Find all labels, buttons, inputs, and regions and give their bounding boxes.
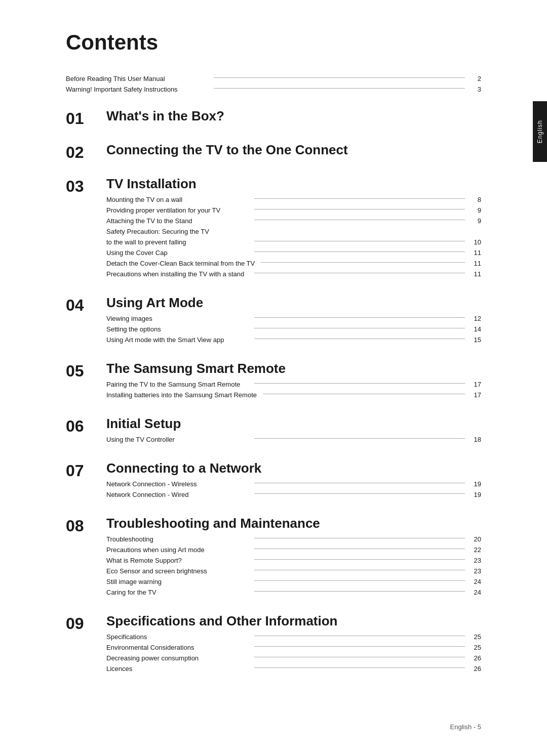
toc-page: 11 bbox=[471, 249, 481, 257]
toc-row: Installing batteries into the Samsung Sm… bbox=[106, 391, 481, 399]
toc-dots bbox=[254, 209, 465, 209]
toc-dots bbox=[254, 493, 465, 494]
toc-label: Setting the options bbox=[106, 325, 248, 333]
toc-label: Using the TV Controller bbox=[106, 436, 248, 443]
toc-page: 17 bbox=[471, 391, 481, 399]
page-container: English Contents Before Reading This Use… bbox=[0, 0, 547, 756]
section-number: 04 bbox=[66, 295, 106, 347]
section-title: Connecting to a Network bbox=[106, 460, 481, 476]
pre-toc-row: Before Reading This User Manual2 bbox=[66, 75, 481, 82]
toc-page: 23 bbox=[471, 557, 481, 564]
toc-dots bbox=[254, 538, 465, 538]
toc-row: Attaching the TV to the Stand9 bbox=[106, 217, 481, 225]
toc-dots bbox=[254, 580, 465, 581]
toc-dots bbox=[254, 328, 465, 328]
toc-label: Troubleshooting bbox=[106, 535, 248, 543]
toc-label: Environmental Considerations bbox=[106, 644, 248, 651]
toc-label: Attaching the TV to the Stand bbox=[106, 217, 248, 225]
toc-row: Detach the Cover-Clean Back terminal fro… bbox=[106, 260, 481, 267]
section-content: Initial SetupUsing the TV Controller18 bbox=[106, 416, 481, 446]
toc-row: What is Remote Support?23 bbox=[106, 557, 481, 564]
toc-label: Caring for the TV bbox=[106, 589, 248, 596]
toc-page: 22 bbox=[471, 546, 481, 554]
sidebar-tab: English bbox=[533, 101, 547, 162]
toc-label: Before Reading This User Manual bbox=[66, 75, 208, 82]
toc-label: Detach the Cover-Clean Back terminal fro… bbox=[106, 260, 255, 267]
toc-page: 3 bbox=[471, 86, 481, 93]
toc-page: 15 bbox=[471, 336, 481, 344]
toc-page: 24 bbox=[471, 578, 481, 585]
toc-section: 07Connecting to a NetworkNetwork Connect… bbox=[66, 460, 481, 501]
toc-row: Network Connection - Wireless19 bbox=[106, 480, 481, 488]
toc-row: Decreasing power consumption26 bbox=[106, 654, 481, 662]
toc-label: Pairing the TV to the Samsung Smart Remo… bbox=[106, 381, 248, 388]
toc-section: 08Troubleshooting and MaintenanceTrouble… bbox=[66, 516, 481, 599]
toc-dots bbox=[254, 220, 465, 220]
section-items: Viewing images12Setting the options14Usi… bbox=[106, 315, 481, 344]
toc-page: 11 bbox=[471, 270, 481, 278]
pre-section: Before Reading This User Manual2Warning!… bbox=[66, 75, 481, 93]
toc-page: 12 bbox=[471, 315, 481, 322]
toc-dots bbox=[254, 570, 465, 570]
toc-row: Precautions when using Art mode22 bbox=[106, 546, 481, 554]
section-title: The Samsung Smart Remote bbox=[106, 361, 481, 376]
toc-page: 20 bbox=[471, 535, 481, 543]
toc-dots bbox=[254, 483, 465, 483]
toc-row: Caring for the TV24 bbox=[106, 589, 481, 596]
toc-row: Eco Sensor and screen brightness23 bbox=[106, 567, 481, 575]
page-title: Contents bbox=[66, 30, 481, 55]
toc-page: 18 bbox=[471, 436, 481, 443]
toc-dots bbox=[254, 438, 465, 439]
toc-label: Viewing images bbox=[106, 315, 248, 322]
toc-label: Eco Sensor and screen brightness bbox=[106, 567, 248, 575]
toc-page: 19 bbox=[471, 491, 481, 498]
toc-dots bbox=[254, 251, 465, 252]
toc-row: Pairing the TV to the Samsung Smart Remo… bbox=[106, 381, 481, 388]
section-items: Using the TV Controller18 bbox=[106, 436, 481, 443]
toc-page: 25 bbox=[471, 644, 481, 651]
toc-dots bbox=[254, 241, 465, 241]
toc-row: Licences26 bbox=[106, 665, 481, 673]
section-items: Pairing the TV to the Samsung Smart Remo… bbox=[106, 381, 481, 399]
toc-label: Safety Precaution: Securing the TV bbox=[106, 228, 248, 235]
toc-row: Troubleshooting20 bbox=[106, 535, 481, 543]
toc-dots bbox=[254, 198, 465, 199]
section-items: Network Connection - Wireless19Network C… bbox=[106, 480, 481, 498]
toc-label: Licences bbox=[106, 665, 248, 673]
toc-dots bbox=[254, 317, 465, 318]
section-title: Troubleshooting and Maintenance bbox=[106, 516, 481, 531]
section-number: 01 bbox=[66, 108, 106, 128]
toc-page: 10 bbox=[471, 238, 481, 246]
section-title: What's in the Box? bbox=[106, 108, 481, 124]
toc-row: Setting the options14 bbox=[106, 325, 481, 333]
toc-dots bbox=[263, 394, 465, 394]
toc-page: 11 bbox=[471, 260, 481, 267]
section-title: Specifications and Other Information bbox=[106, 613, 481, 629]
toc-label: What is Remote Support? bbox=[106, 557, 248, 564]
toc-label: to the wall to prevent falling bbox=[106, 238, 248, 246]
sections-container: 01What's in the Box?02Connecting the TV … bbox=[66, 108, 481, 676]
toc-row: Specifications25 bbox=[106, 633, 481, 641]
toc-dots bbox=[254, 591, 465, 592]
toc-page: 9 bbox=[471, 217, 481, 225]
section-items: Specifications25Environmental Considerat… bbox=[106, 633, 481, 673]
toc-row: Network Connection - Wired19 bbox=[106, 491, 481, 498]
toc-dots bbox=[254, 657, 465, 657]
toc-row: to the wall to prevent falling10 bbox=[106, 238, 481, 246]
section-number: 03 bbox=[66, 176, 106, 281]
toc-row: Using the Cover Cap11 bbox=[106, 249, 481, 257]
section-title: Connecting the TV to the One Connect bbox=[106, 142, 481, 158]
sidebar-label: English bbox=[536, 120, 543, 143]
toc-dots bbox=[254, 339, 465, 339]
page-footer: English - 5 bbox=[450, 723, 481, 731]
toc-row: Safety Precaution: Securing the TV bbox=[106, 228, 481, 235]
section-content: Connecting the TV to the One Connect bbox=[106, 142, 481, 162]
toc-row: Mounting the TV on a wall8 bbox=[106, 196, 481, 203]
toc-section: 01What's in the Box? bbox=[66, 108, 481, 128]
toc-row: Precautions when installing the TV with … bbox=[106, 270, 481, 278]
toc-label: Precautions when installing the TV with … bbox=[106, 270, 248, 278]
toc-page: 9 bbox=[471, 206, 481, 214]
toc-row: Using the TV Controller18 bbox=[106, 436, 481, 443]
toc-label: Warning! Important Safety Instructions bbox=[66, 86, 208, 93]
toc-dots bbox=[261, 262, 465, 263]
